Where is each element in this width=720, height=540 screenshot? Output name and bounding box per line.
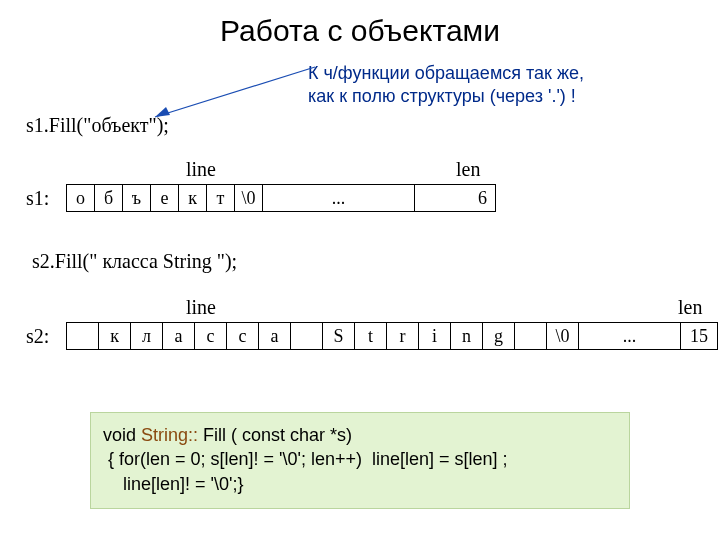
cell: \0 [235,185,263,211]
cell: а [259,323,291,349]
keyword-void: void [103,425,141,445]
cell: с [195,323,227,349]
memory-table-s2: line len s2: к л а с с а S t r i n g \0 … [26,296,718,350]
arrow-icon [150,65,320,125]
label-len-1: len [456,158,480,181]
cell: \0 [547,323,579,349]
cell: n [451,323,483,349]
code-line-2: { for(len = 0; s[len]! = '\0'; len++) li… [103,447,617,471]
code-line-1: void String:: Fill ( const char *s) [103,423,617,447]
cell: б [95,185,123,211]
cell: S [323,323,355,349]
cell: r [387,323,419,349]
cells-s1: о б ъ е к т \0 ... 6 [66,184,496,212]
cell: о [67,185,95,211]
cell: i [419,323,451,349]
obj-label-s1: s1: [26,184,66,212]
slide-title: Работа с объектами [0,0,720,48]
label-len-2: len [678,296,702,319]
cell-len: 15 [681,323,717,349]
method-call-2: s2.Fill(" класса String "); [32,250,237,273]
cell: е [151,185,179,211]
cell: к [99,323,131,349]
note-text: К ч/функции обращаемся так же, как к пол… [308,62,584,107]
cell: с [227,323,259,349]
obj-label-s2: s2: [26,322,66,350]
cell: л [131,323,163,349]
cell [291,323,323,349]
cell: t [355,323,387,349]
label-line-2: line [186,296,216,319]
code-line-3: line[len]! = '\0';} [103,472,617,496]
cell: а [163,323,195,349]
label-line-1: line [186,158,216,181]
method-call-1: s1.Fill("объект"); [26,114,169,137]
svg-line-0 [155,67,315,117]
sig-rest: Fill ( const char *s) [198,425,352,445]
cells-s2: к л а с с а S t r i n g \0 ... 15 [66,322,718,350]
cell [515,323,547,349]
note-line2: как к полю структуры (через '.') ! [308,86,576,106]
cell-len: 6 [415,185,495,211]
note-line1: К ч/функции обращаемся так же, [308,63,584,83]
cell [67,323,99,349]
cell: т [207,185,235,211]
memory-table-s1: line len s1: о б ъ е к т \0 ... 6 [26,158,496,212]
cell: g [483,323,515,349]
cell-dots: ... [579,323,681,349]
class-name: String:: [141,425,198,445]
code-definition-box: void String:: Fill ( const char *s) { fo… [90,412,630,509]
cell-dots: ... [263,185,415,211]
cell: к [179,185,207,211]
cell: ъ [123,185,151,211]
